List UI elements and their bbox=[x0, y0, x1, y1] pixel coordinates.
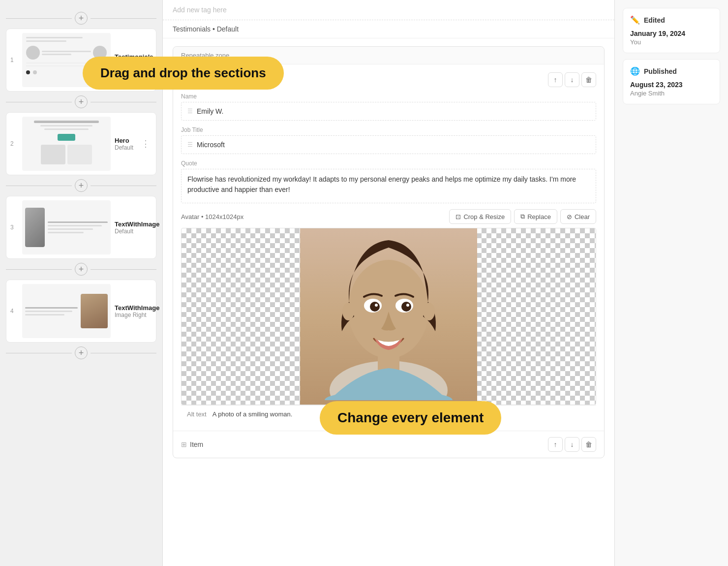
job-drag-icon: ☰ bbox=[187, 141, 193, 148]
replace-label: Replace bbox=[527, 213, 551, 220]
add-section-btn-bottom[interactable]: + bbox=[75, 346, 88, 359]
content-area: Repeatable zone ⊞ Item ↑ ↓ 🗑 bbox=[163, 46, 614, 468]
crop-label: Crop & Resize bbox=[463, 213, 505, 220]
section-name-3: TextWithImage bbox=[115, 220, 159, 228]
item2-grid-icon: ⊞ bbox=[181, 440, 187, 448]
svg-point-10 bbox=[406, 304, 409, 307]
section-menu-1[interactable]: ⋮ bbox=[157, 53, 162, 67]
item-actions-1: ↑ ↓ 🗑 bbox=[548, 72, 596, 87]
avatar-title: Avatar • 1024x1024px bbox=[181, 213, 243, 220]
crop-icon: ⊡ bbox=[455, 213, 461, 220]
replace-btn[interactable]: ⧉ Replace bbox=[514, 209, 557, 224]
quote-field-group: Quote Flowrise has revolutionized my wor… bbox=[181, 160, 596, 203]
section-name-1: Testimonials bbox=[115, 53, 153, 61]
section-item-3[interactable]: 3 TextWithImage Default bbox=[6, 196, 156, 259]
repeatable-zone: Repeatable zone ⊞ Item ↑ ↓ 🗑 bbox=[173, 46, 605, 458]
section-item-2[interactable]: 2 Her bbox=[6, 112, 156, 175]
published-section: 🌐 Published August 23, 2023 Angie Smith bbox=[623, 59, 720, 104]
add-section-btn-2[interactable]: + bbox=[75, 95, 88, 108]
item2-text: Item bbox=[190, 440, 203, 448]
edited-by: You bbox=[630, 38, 713, 46]
edited-header: ✏️ Edited bbox=[630, 15, 713, 25]
edited-section: ✏️ Edited January 19, 2024 You bbox=[623, 8, 720, 53]
crop-resize-btn[interactable]: ⊡ Crop & Resize bbox=[449, 209, 511, 224]
section-variant-2: Default bbox=[115, 144, 135, 151]
right-panel: ✏️ Edited January 19, 2024 You 🌐 Publish… bbox=[615, 0, 728, 566]
globe-icon: 🌐 bbox=[630, 66, 640, 76]
add-section-divider-top: + bbox=[6, 12, 156, 25]
item-down-btn[interactable]: ↓ bbox=[565, 72, 579, 87]
edited-title: Edited bbox=[644, 16, 665, 24]
alt-text-value[interactable]: A photo of a smiling woman. bbox=[212, 410, 293, 418]
published-title: Published bbox=[644, 67, 677, 75]
item2-up-btn[interactable]: ↑ bbox=[548, 437, 563, 452]
name-field-group: Name ☰ Emily W. bbox=[181, 93, 596, 121]
section-name-4: TextWithImage bbox=[115, 304, 159, 312]
item-block-1: ⊞ Item ↑ ↓ 🗑 Name ☰ bbox=[173, 64, 604, 431]
item-up-btn[interactable]: ↑ bbox=[548, 72, 563, 87]
alt-text-label: Alt text bbox=[187, 410, 207, 418]
avatar-photo bbox=[300, 228, 477, 405]
item-header-1: ⊞ Item ↑ ↓ 🗑 bbox=[181, 72, 596, 87]
repeatable-zone-header: Repeatable zone bbox=[173, 47, 604, 64]
name-field-label: Name bbox=[181, 93, 596, 100]
add-section-divider-2: + bbox=[6, 95, 156, 108]
item2-down-btn[interactable]: ↓ bbox=[565, 437, 579, 452]
alt-text-bar: Alt text A photo of a smiling woman. bbox=[181, 405, 596, 423]
job-field-input[interactable]: ☰ Microsoft bbox=[181, 135, 596, 154]
person-svg bbox=[320, 233, 457, 400]
clear-btn[interactable]: ⊘ Clear bbox=[560, 209, 596, 224]
tag-placeholder: Add new tag here bbox=[173, 6, 227, 14]
item-delete-btn[interactable]: 🗑 bbox=[581, 72, 596, 87]
svg-point-8 bbox=[401, 302, 411, 312]
item-label-2: ⊞ Item bbox=[181, 440, 203, 448]
section-item-4[interactable]: 4 TextWithImage Ima bbox=[6, 280, 156, 343]
svg-point-7 bbox=[370, 302, 380, 312]
add-section-divider-bottom: + bbox=[6, 346, 156, 359]
published-date: August 23, 2023 bbox=[630, 81, 713, 89]
section-num-1: 1 bbox=[10, 57, 18, 63]
replace-icon: ⧉ bbox=[520, 213, 525, 220]
svg-point-4 bbox=[423, 303, 435, 320]
edited-date: January 19, 2024 bbox=[630, 30, 713, 37]
section-num-4: 4 bbox=[10, 308, 18, 314]
section-name-2: Hero bbox=[115, 137, 135, 144]
main-content: Add new tag here Testimonials • Default … bbox=[162, 0, 615, 566]
tag-bar[interactable]: Add new tag here bbox=[163, 0, 614, 20]
section-menu-2[interactable]: ⋮ bbox=[139, 136, 152, 151]
add-section-divider-3: + bbox=[6, 179, 156, 192]
avatar-buttons: ⊡ Crop & Resize ⧉ Replace ⊘ Clear bbox=[449, 209, 596, 224]
item-actions-2: ↑ ↓ 🗑 bbox=[548, 437, 596, 452]
avatar-image-container bbox=[181, 228, 596, 405]
avatar-section: Avatar • 1024x1024px ⊡ Crop & Resize ⧉ R… bbox=[181, 209, 596, 423]
breadcrumb: Testimonials • Default bbox=[163, 20, 614, 38]
avatar-header: Avatar • 1024x1024px ⊡ Crop & Resize ⧉ R… bbox=[181, 209, 596, 224]
item2-delete-btn[interactable]: 🗑 bbox=[581, 437, 596, 452]
add-section-btn-top[interactable]: + bbox=[75, 12, 88, 25]
section-variant-3: Default bbox=[115, 228, 159, 235]
name-field-input[interactable]: ☰ Emily W. bbox=[181, 102, 596, 121]
section-thumb-2 bbox=[22, 117, 111, 171]
svg-point-3 bbox=[342, 303, 354, 320]
job-field-value: Microsoft bbox=[197, 141, 225, 149]
section-variant-1: Default bbox=[115, 61, 153, 67]
quote-field-textarea[interactable]: Flowrise has revolutionized my workday! … bbox=[181, 169, 596, 203]
name-field-value: Emily W. bbox=[197, 107, 223, 115]
add-section-divider-4: + bbox=[6, 263, 156, 276]
add-section-btn-4[interactable]: + bbox=[75, 263, 88, 276]
job-field-label: Job Title bbox=[181, 126, 596, 133]
job-field-group: Job Title ☰ Microsoft bbox=[181, 126, 596, 154]
section-item-1[interactable]: 1 bbox=[6, 29, 156, 92]
svg-point-9 bbox=[375, 304, 378, 307]
item-text: Item bbox=[190, 76, 203, 84]
sidebar: + 1 bbox=[0, 0, 162, 566]
section-num-2: 2 bbox=[10, 140, 18, 147]
section-num-3: 3 bbox=[10, 224, 18, 231]
section-variant-4: Image Right bbox=[115, 312, 159, 318]
section-thumb-4 bbox=[22, 284, 111, 338]
name-drag-icon: ☰ bbox=[187, 108, 193, 115]
add-section-btn-3[interactable]: + bbox=[75, 179, 88, 192]
item-block-2: ⊞ Item ↑ ↓ 🗑 bbox=[173, 431, 604, 458]
clear-label: Clear bbox=[575, 213, 590, 220]
section-thumb-3 bbox=[22, 200, 111, 254]
